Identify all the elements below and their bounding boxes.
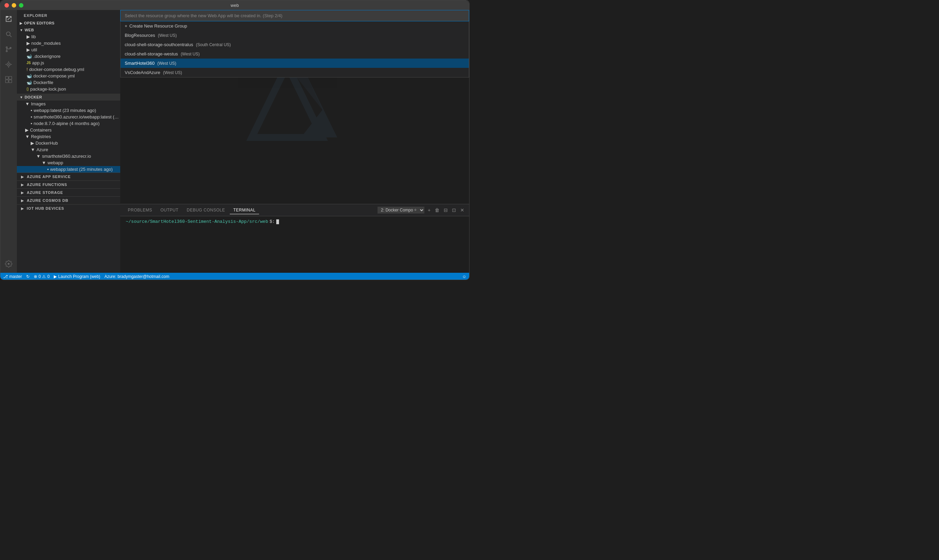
activity-settings-icon[interactable] <box>2 258 15 270</box>
folder-icon: ▶ <box>26 41 30 46</box>
terminal-panel: Problems Output Debug Console Terminal 2… <box>120 204 469 273</box>
chevron-icon: ▶ <box>21 191 24 195</box>
terminal-split-button[interactable]: ⊟ <box>443 207 448 214</box>
svg-point-2 <box>6 32 10 36</box>
dropdown-item-smarthotel360[interactable]: SmartHotel360 (West US) <box>120 58 469 68</box>
tree-item-smarthotel-registry[interactable]: ▼ smarthotel360.azurecr.io <box>17 153 120 160</box>
tree-item-util[interactable]: ▶ util <box>17 46 120 53</box>
activity-git-icon[interactable] <box>2 43 15 55</box>
tree-item-registries[interactable]: ▼ Registries <box>17 133 120 140</box>
sidebar-header: Explorer <box>17 10 120 20</box>
status-sync[interactable]: ↻ <box>26 274 29 279</box>
svg-point-8 <box>8 64 9 65</box>
section-azure-app-service[interactable]: ▶ AZURE APP SERVICE <box>17 172 120 180</box>
tree-item-node-alpine[interactable]: ▪ node:8.7.0-alpine (4 months ago) <box>17 120 120 127</box>
tab-debug-console[interactable]: Debug Console <box>183 206 228 214</box>
section-azure-functions[interactable]: ▶ Azure Functions <box>17 180 120 188</box>
chevron-icon: ▼ <box>20 95 23 99</box>
close-button[interactable] <box>5 3 9 8</box>
section-web[interactable]: ▼ Web <box>17 26 120 34</box>
js-file-icon: JS <box>26 61 31 65</box>
tree-item-webapp-latest-selected[interactable]: ▪ webapp:latest (25 minutes ago) <box>17 166 120 172</box>
dropdown-item-vscode-azure[interactable]: VsCodeAndAzure (West US) <box>120 68 469 77</box>
editor-area: + Create New Resource Group BlogResource… <box>120 10 469 273</box>
svg-line-3 <box>10 35 12 37</box>
activity-extensions-icon[interactable] <box>2 73 15 86</box>
activity-debug-icon[interactable] <box>2 58 15 71</box>
status-bar: ⎇ master ↻ ⊗ 0 ⚠ 0 ▶ Launch Program (web… <box>0 273 469 280</box>
tree-item-webapp-repo[interactable]: ▼ webapp <box>17 160 120 166</box>
dropdown-item-create-new[interactable]: + Create New Resource Group <box>120 22 469 31</box>
activity-bar <box>0 10 17 273</box>
status-azure[interactable]: Azure: bradymgaster@hotmail.com <box>105 274 169 279</box>
section-azure-storage[interactable]: ▶ AZURE STORAGE <box>17 188 120 196</box>
folder-open-icon: ▼ <box>42 160 46 165</box>
activity-explorer-icon[interactable] <box>2 13 15 25</box>
terminal-maximize-button[interactable]: ⊡ <box>451 207 457 214</box>
tree-item-dockerhub[interactable]: ▶ DockerHub <box>17 140 120 146</box>
tree-item-webapp-latest[interactable]: ▪ webapp:latest (23 minutes ago) <box>17 107 120 114</box>
tree-item-lib[interactable]: ▶ lib <box>17 34 120 40</box>
terminal-content[interactable]: ~/source/SmartHotel360-Sentiment-Analysi… <box>120 216 469 273</box>
run-label: Launch Program (web) <box>58 274 100 279</box>
tree-item-package-lock[interactable]: {} package-lock.json <box>17 86 120 92</box>
tree-item-appjs[interactable]: JS app.js <box>17 60 120 66</box>
tree-item-containers[interactable]: ▶ Containers <box>17 127 120 133</box>
section-azure-cosmos-db[interactable]: ▶ AZURE COSMOS DB <box>17 196 120 204</box>
tree-item-dockerfile[interactable]: 🐋 Dockerfile <box>17 79 120 86</box>
dropdown-item-blog-resources[interactable]: BlogResources (West US) <box>120 31 469 40</box>
tab-output[interactable]: Output <box>157 206 182 214</box>
status-branch[interactable]: ⎇ master <box>3 274 22 279</box>
dropdown-item-cloud-shell-west[interactable]: cloud-shell-storage-westus (West US) <box>120 49 469 58</box>
terminal-close-button[interactable]: ✕ <box>460 207 465 214</box>
svg-rect-0 <box>6 17 9 17</box>
tab-problems[interactable]: Problems <box>124 206 156 214</box>
sidebar: Explorer ▶ Open Editors ▼ Web ▶ lib ▶ no… <box>17 10 120 273</box>
tab-terminal[interactable]: Terminal <box>230 206 259 214</box>
terminal-selector[interactable]: 2: Docker Compo ÷ <box>377 207 424 214</box>
section-iot-hub[interactable]: ▶ IOT HUB DEVICES <box>17 204 120 212</box>
chevron-icon: ▶ <box>21 207 24 211</box>
status-errors[interactable]: ⊗ 0 ⚠ 0 <box>34 274 49 279</box>
status-smiley[interactable]: ☺ <box>462 274 466 279</box>
tree-item-smarthotel-webapp[interactable]: ▪ smarthotel360.azurecr.io/webapp:latest… <box>17 114 120 120</box>
dropdown-item-cloud-shell-south[interactable]: cloud-shell-storage-southcentralus (Sout… <box>120 40 469 49</box>
branch-name: master <box>9 274 22 279</box>
terminal-symbol: $: <box>269 219 275 224</box>
sync-icon: ↻ <box>26 274 29 279</box>
warning-icon: ⚠ <box>42 274 46 279</box>
terminal-delete-button[interactable]: 🗑 <box>434 207 440 214</box>
branch-icon: ⎇ <box>3 274 8 279</box>
error-icon: ⊗ <box>34 274 37 279</box>
terminal-prompt: ~/source/SmartHotel360-Sentiment-Analysi… <box>126 219 463 224</box>
minimize-button[interactable] <box>12 3 16 8</box>
resource-group-input[interactable] <box>120 10 469 21</box>
status-run[interactable]: ▶ Launch Program (web) <box>54 274 100 279</box>
tree-item-images[interactable]: ▼ Images <box>17 100 120 107</box>
resource-group-dropdown[interactable]: + Create New Resource Group BlogResource… <box>120 10 469 77</box>
file-icon: 🐋 <box>26 54 32 59</box>
terminal-cursor <box>276 219 279 224</box>
image-icon: ▪ <box>31 108 32 113</box>
chevron-icon: ▶ <box>21 199 24 203</box>
svg-rect-9 <box>6 77 8 79</box>
dropdown-list: + Create New Resource Group BlogResource… <box>120 22 469 77</box>
folder-open-icon: ▼ <box>25 101 29 106</box>
chevron-icon: ▶ <box>20 22 23 25</box>
folder-icon: ▶ <box>31 140 34 146</box>
tree-item-docker-compose[interactable]: 🐋 docker-compose.yml <box>17 73 120 79</box>
folder-icon: ▶ <box>26 34 30 39</box>
activity-search-icon[interactable] <box>2 28 15 40</box>
tree-item-node-modules[interactable]: ▶ node_modules <box>17 40 120 46</box>
tree-item-azure[interactable]: ▼ Azure <box>17 146 120 153</box>
section-docker[interactable]: ▼ Docker <box>17 94 120 100</box>
plus-icon: + <box>125 23 128 29</box>
tree-item-dockerignore[interactable]: 🐋 .dockerignore <box>17 53 120 60</box>
docker-file-icon: 🐋 <box>26 80 32 85</box>
titlebar: web <box>0 0 469 10</box>
section-open-editors[interactable]: ▶ Open Editors <box>17 20 120 26</box>
tree-item-docker-compose-debug[interactable]: ! docker-compose.debug.yml <box>17 66 120 73</box>
folder-open-icon: ▼ <box>36 154 41 159</box>
maximize-button[interactable] <box>19 3 23 8</box>
terminal-add-button[interactable]: + <box>427 207 431 214</box>
